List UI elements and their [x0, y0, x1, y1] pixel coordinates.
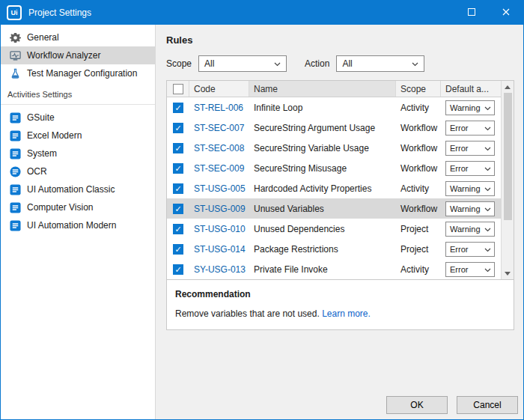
rule-code: ST-REL-006 — [189, 97, 249, 118]
default-action-dropdown[interactable]: Error — [445, 242, 495, 257]
table-row[interactable]: ✓ST-SEC-007SecureString Argument UsageWo… — [167, 118, 501, 138]
ui-automation-modern-icon — [9, 219, 21, 231]
close-button[interactable] — [489, 1, 523, 25]
default-action-dropdown[interactable]: Error — [445, 262, 495, 277]
rule-checkbox[interactable]: ✓ — [173, 183, 183, 194]
chevron-down-icon — [484, 225, 491, 234]
recommendation-panel: Recommendation Remove variables that are… — [166, 280, 514, 330]
rule-checkbox[interactable]: ✓ — [173, 204, 183, 214]
scroll-up-button[interactable] — [502, 81, 514, 93]
table-row[interactable]: ✓ST-SEC-008SecureString Variable UsageWo… — [167, 138, 501, 158]
sidebar-item-gsuite[interactable]: GSuite — [1, 109, 155, 127]
chevron-down-icon — [484, 164, 491, 173]
rule-checkbox[interactable]: ✓ — [173, 244, 183, 255]
chevron-down-icon — [484, 204, 491, 213]
action-dropdown[interactable]: All — [336, 55, 424, 72]
rule-scope: Workflow — [396, 118, 441, 138]
rule-name: Unused Variables — [249, 198, 396, 219]
sidebar-item-test-manager-configuration[interactable]: Test Manager Configuration — [1, 64, 155, 82]
sidebar-item-ocr[interactable]: OCR — [1, 162, 155, 180]
default-action-value: Error — [450, 265, 468, 274]
system-icon — [9, 147, 21, 159]
sidebar-item-general[interactable]: General — [1, 28, 155, 46]
default-action-dropdown[interactable]: Warning — [445, 201, 495, 216]
sidebar-item-label: Workflow Analyzer — [27, 50, 100, 61]
column-header-code[interactable]: Code — [189, 81, 249, 97]
sidebar-item-label: GSuite — [27, 112, 55, 123]
scroll-down-button[interactable] — [502, 267, 514, 279]
rule-name: SecureString Argument Usage — [249, 118, 396, 138]
chevron-down-icon — [484, 245, 491, 254]
default-action-dropdown[interactable]: Error — [445, 121, 495, 136]
sidebar-item-label: Test Manager Configuration — [27, 68, 137, 79]
workflow-analyzer-icon — [9, 49, 21, 61]
rule-checkbox[interactable]: ✓ — [173, 103, 183, 113]
sidebar-item-label: OCR — [27, 166, 47, 177]
action-label: Action — [305, 58, 329, 69]
sidebar-item-ui-automation-modern[interactable]: UI Automation Modern — [1, 216, 155, 234]
chevron-down-icon — [484, 124, 491, 133]
rule-code: ST-USG-009 — [189, 198, 249, 219]
recommendation-heading: Recommendation — [175, 289, 505, 299]
column-header-scope[interactable]: Scope — [396, 81, 441, 97]
default-action-value: Warning — [450, 103, 481, 112]
ok-button[interactable]: OK — [386, 396, 448, 414]
rule-checkbox[interactable]: ✓ — [173, 123, 183, 133]
table-row[interactable]: ✓ST-SEC-009SecureString MisusageWorkflow… — [167, 158, 501, 178]
maximize-button[interactable] — [454, 1, 489, 25]
sidebar-item-excel-modern[interactable]: Excel Modern — [1, 127, 155, 144]
rule-checkbox[interactable]: ✓ — [173, 224, 183, 234]
rule-name: SecureString Variable Usage — [249, 138, 396, 158]
scope-dropdown[interactable]: All — [198, 55, 287, 72]
rules-table: Code Name Scope Default a... ✓ST-REL-006… — [166, 80, 514, 280]
table-row[interactable]: ✓ST-USG-009Unused VariablesWorkflowWarni… — [167, 198, 501, 219]
default-action-dropdown[interactable]: Warning — [445, 181, 495, 196]
rule-scope: Activity — [396, 259, 441, 279]
rule-name: Infinite Loop — [249, 97, 396, 118]
sidebar-activities: GSuiteExcel ModernSystemOCRUI Automation… — [1, 109, 155, 234]
learn-more-link[interactable]: Learn more. — [322, 308, 371, 319]
rule-code: ST-SEC-007 — [189, 118, 249, 138]
rule-scope: Project — [396, 219, 441, 239]
scroll-up-icon — [505, 85, 511, 89]
sidebar-item-system[interactable]: System — [1, 144, 155, 162]
sidebar-item-computer-vision[interactable]: Computer Vision — [1, 198, 155, 216]
scrollbar-thumb[interactable] — [504, 93, 512, 220]
rule-code: SY-USG-013 — [189, 259, 249, 279]
select-all-checkbox[interactable] — [173, 84, 183, 94]
activities-settings-header: Activities Settings — [1, 88, 155, 105]
rule-checkbox[interactable]: ✓ — [173, 264, 183, 275]
sidebar-item-ui-automation-classic[interactable]: UI Automation Classic — [1, 180, 155, 198]
default-action-dropdown[interactable]: Warning — [445, 222, 495, 237]
uipath-logo-icon: Ui — [7, 5, 22, 20]
rule-code: ST-SEC-009 — [189, 158, 249, 178]
sidebar-item-workflow-analyzer[interactable]: Workflow Analyzer — [1, 46, 155, 64]
rule-name: Unused Dependencies — [249, 219, 396, 239]
default-action-dropdown[interactable]: Error — [445, 141, 495, 156]
sidebar-item-label: UI Automation Modern — [27, 220, 116, 231]
default-action-value: Error — [450, 124, 468, 133]
column-header-default-action[interactable]: Default a... — [441, 81, 501, 97]
cancel-button[interactable]: Cancel — [457, 396, 518, 414]
sidebar-item-label: System — [27, 148, 57, 159]
sidebar-item-label: UI Automation Classic — [27, 184, 115, 195]
table-row[interactable]: ✓ST-USG-005Hardcoded Activity Properties… — [167, 178, 501, 198]
default-action-dropdown[interactable]: Error — [445, 161, 495, 176]
titlebar[interactable]: Ui Project Settings — [1, 1, 523, 25]
chevron-down-icon — [484, 265, 491, 274]
rule-checkbox[interactable]: ✓ — [173, 143, 183, 153]
column-header-name[interactable]: Name — [249, 81, 396, 97]
default-action-value: Error — [450, 245, 468, 254]
settings-sidebar: GeneralWorkflow AnalyzerTest Manager Con… — [1, 25, 156, 419]
gsuite-icon — [9, 112, 21, 124]
default-action-value: Error — [450, 164, 468, 173]
computer-vision-icon — [9, 201, 21, 213]
table-row[interactable]: ✓SY-USG-013Private File InvokeActivityEr… — [167, 259, 501, 279]
default-action-dropdown[interactable]: Warning — [445, 100, 495, 115]
table-row[interactable]: ✓ST-USG-014Package RestrictionsProjectEr… — [167, 239, 501, 259]
rule-checkbox[interactable]: ✓ — [173, 163, 183, 174]
table-row[interactable]: ✓ST-USG-010Unused DependenciesProjectWar… — [167, 219, 501, 239]
vertical-scrollbar[interactable] — [501, 81, 514, 279]
table-row[interactable]: ✓ST-REL-006Infinite LoopActivityWarning — [167, 97, 501, 118]
rule-scope: Workflow — [396, 158, 441, 178]
